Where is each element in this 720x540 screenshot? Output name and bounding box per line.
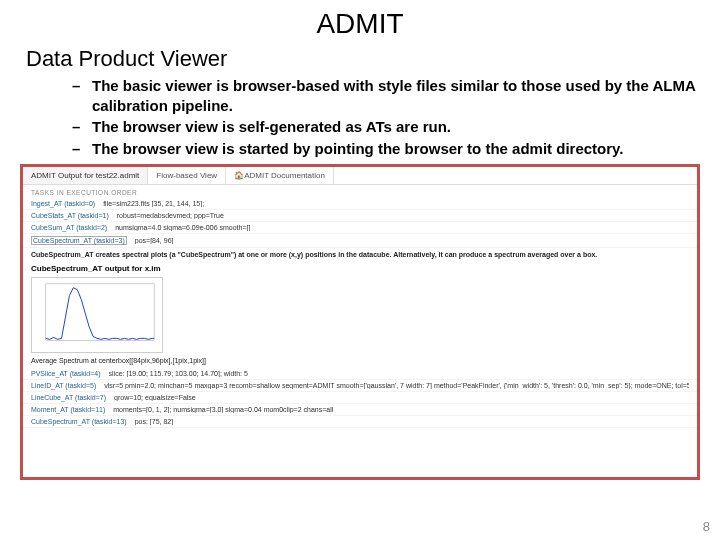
bullet-item: –The browser view is started by pointing… (72, 139, 700, 159)
chart-caption: Average Spectrum at centerbox[[84pix,96p… (23, 355, 697, 368)
task-link[interactable]: LineID_AT (taskid=5) (31, 382, 96, 389)
task-row: CubeSpectrum_AT (taskid=3) pos=[84, 96] (23, 234, 697, 248)
task-link[interactable]: LineCube_AT (taskid=7) (31, 394, 106, 401)
tab-bar: ADMIT Output for test22.admit Flow-based… (23, 167, 697, 185)
task-desc: slice: [19.00; 115.79; 103.00; 14.70]; w… (109, 370, 248, 377)
embedded-browser-screenshot: ADMIT Output for test22.admit Flow-based… (20, 164, 700, 480)
task-row: LineCube_AT (taskid=7) grow=10; equalsiz… (23, 392, 697, 404)
task-desc: robust=medabsdevmed; ppp=True (117, 212, 224, 219)
tab-output[interactable]: ADMIT Output for test22.admit (23, 167, 148, 184)
task-link[interactable]: Moment_AT (taskid=11) (31, 406, 105, 413)
task-row: LineID_AT (taskid=5) vlsr=5 pmin=2.0; mi… (23, 380, 697, 392)
task-desc: pos=[84, 96] (135, 237, 174, 244)
task-link[interactable]: CubeSpectrum_AT (taskid=13) (31, 418, 127, 425)
task-desc: grow=10; equalsize=False (114, 394, 196, 401)
spectrum-chart (31, 277, 163, 353)
cubespectrum-description: CubeSpectrum_AT creates spectral plots (… (23, 248, 697, 261)
task-row: Ingest_AT (taskid=0) file=sim223.fits [3… (23, 198, 697, 210)
task-row: Moment_AT (taskid=11) moments=[0, 1, 2];… (23, 404, 697, 416)
spectrum-chart-area (31, 277, 689, 353)
task-desc: pos: [75, 82] (135, 418, 174, 425)
task-link[interactable]: CubeSum_AT (taskid=2) (31, 224, 107, 231)
page-number: 8 (703, 519, 710, 534)
task-desc: vlsr=5 pmin=2.0; minchan=5 maxgap=3 reco… (104, 382, 689, 389)
bullet-list: –The basic viewer is browser-based with … (0, 76, 720, 158)
task-row: CubeSpectrum_AT (taskid=13) pos: [75, 82… (23, 416, 697, 428)
output-title: CubeSpectrum_AT output for x.im (23, 261, 697, 275)
task-desc: numsigma=4.0 sigma=6.09e-006 smooth=[] (115, 224, 250, 231)
slide-subtitle: Data Product Viewer (0, 46, 720, 76)
task-row: PVSlice_AT (taskid=4) slice: [19.00; 115… (23, 368, 697, 380)
bullet-item: –The basic viewer is browser-based with … (72, 76, 700, 115)
bullet-item: –The browser view is self-generated as A… (72, 117, 700, 137)
task-link[interactable]: CubeStats_AT (taskid=1) (31, 212, 109, 219)
task-row: CubeSum_AT (taskid=2) numsigma=4.0 sigma… (23, 222, 697, 234)
svg-rect-0 (32, 278, 162, 352)
task-row: CubeStats_AT (taskid=1) robust=medabsdev… (23, 210, 697, 222)
tab-flow[interactable]: Flow-based View (148, 167, 226, 184)
section-header: TASKS IN EXECUTION ORDER (23, 185, 697, 198)
tab-docs[interactable]: 🏠ADMIT Documentation (226, 167, 334, 184)
task-link[interactable]: PVSlice_AT (taskid=4) (31, 370, 101, 377)
task-desc: moments=[0, 1, 2]; numsigma=[3.0] sigma=… (113, 406, 333, 413)
task-link[interactable]: CubeSpectrum_AT (taskid=3) (31, 236, 127, 245)
slide-title: ADMIT (0, 0, 720, 46)
task-link[interactable]: Ingest_AT (taskid=0) (31, 200, 95, 207)
task-desc: file=sim223.fits [35, 21, 144, 15]; (103, 200, 204, 207)
